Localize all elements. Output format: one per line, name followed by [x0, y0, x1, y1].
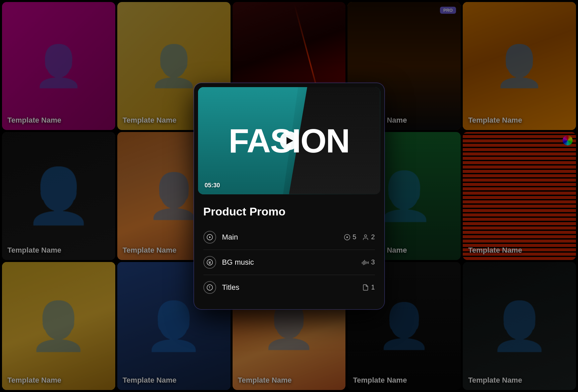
fashion-text-right: ION: [292, 122, 349, 159]
bgmusic-waveform-count: 3: [371, 258, 375, 266]
modal-row-bgmusic[interactable]: BG music 3: [203, 250, 375, 275]
modal-row-titles[interactable]: T Titles 1: [203, 275, 375, 300]
titles-row-icon: T: [203, 281, 216, 294]
music-circle-icon: [206, 259, 213, 266]
bgmusic-meta-waveform: 3: [362, 258, 375, 266]
main-row-meta: 5 2: [344, 233, 375, 241]
eye-icon: [344, 234, 350, 241]
video-duration: 05:30: [205, 182, 220, 189]
svg-text:T: T: [208, 286, 210, 289]
main-eye-count: 5: [352, 233, 356, 241]
modal-content: Product Promo Main: [194, 198, 384, 309]
modal-title: Product Promo: [203, 205, 375, 218]
svg-point-4: [365, 235, 367, 237]
video-play-circle-icon: [206, 234, 213, 241]
waveform-icon: [362, 259, 369, 266]
main-row-icon: [203, 231, 216, 244]
titles-row-name: Titles: [222, 283, 363, 292]
svg-point-3: [346, 236, 348, 238]
modal-video-thumbnail[interactable]: FASION 05:30: [198, 87, 380, 194]
bgmusic-row-name: BG music: [222, 258, 362, 267]
modal-rows: Main 5: [203, 225, 375, 300]
svg-marker-1: [209, 236, 211, 238]
person-icon: [362, 234, 369, 241]
titles-row-meta: 1: [362, 283, 375, 291]
video-bg: FASION 05:30: [198, 87, 380, 194]
modal-overlay: FASION 05:30 Product Promo: [0, 0, 578, 392]
main-meta-person: 2: [362, 233, 375, 241]
text-circle-icon: T: [206, 284, 213, 291]
modal-card: FASION 05:30 Product Promo: [194, 83, 385, 310]
file-icon: [362, 284, 369, 291]
svg-point-5: [207, 259, 212, 265]
main-person-count: 2: [371, 233, 375, 241]
main-row-name: Main: [222, 233, 344, 242]
play-icon: [286, 137, 293, 144]
main-meta-eye: 5: [344, 233, 356, 241]
bgmusic-row-meta: 3: [362, 258, 375, 266]
titles-meta-file: 1: [362, 283, 375, 291]
bgmusic-row-icon: [203, 256, 216, 269]
modal-row-main[interactable]: Main 5: [203, 225, 375, 250]
play-button[interactable]: [280, 131, 299, 150]
titles-file-count: 1: [371, 283, 375, 291]
